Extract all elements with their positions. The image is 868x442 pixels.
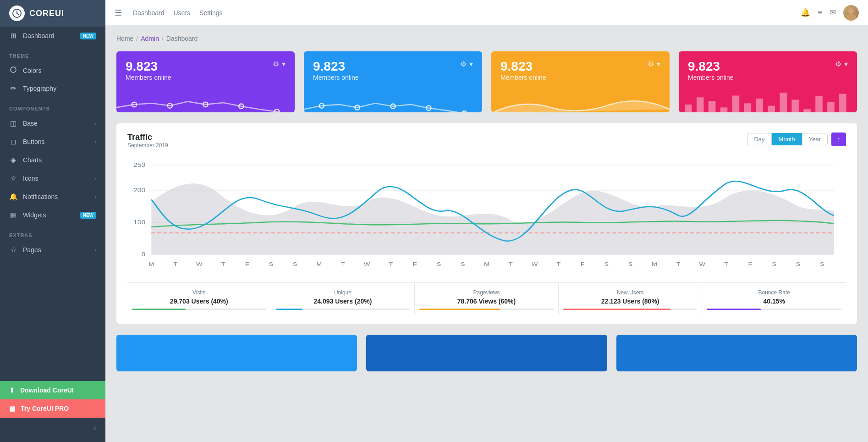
svg-text:M: M [484,261,489,267]
hamburger-button[interactable]: ☰ [115,8,122,18]
stat-card-header: 9.823 Members online ⚙ ▾ [500,60,660,85]
sidebar-item-buttons[interactable]: ◻ Buttons › [0,133,105,151]
stats-bar-fill-newusers [563,309,670,310]
svg-text:S: S [437,261,441,267]
svg-text:S: S [461,261,465,267]
svg-rect-20 [756,99,764,112]
traffic-btn-group: Day Month Year [747,133,828,145]
sidebar-item-notifications[interactable]: 🔔 Notifications › [0,188,105,206]
svg-text:T: T [173,261,177,267]
svg-text:0: 0 [141,251,145,258]
traffic-title-group: Traffic September 2019 [127,133,168,149]
topnav-link-settings[interactable]: Settings [199,7,223,18]
topnav: ☰ Dashboard Users Settings 🔔 ≡ ✉ [105,0,868,26]
mail-icon[interactable]: ✉ [830,8,836,17]
breadcrumb-sep2: / [162,35,164,42]
breadcrumb-current: Dashboard [166,35,198,42]
download-icon: ⬆ [9,387,15,394]
svg-text:T: T [221,261,225,267]
stat-card-header: 9.823 Members online ⚙ ▾ [126,60,286,85]
sidebar-item-charts[interactable]: ◈ Charts [0,151,105,169]
sidebar-item-base[interactable]: ◫ Base › [0,114,105,133]
stat-card-value: 9.823 [126,60,171,74]
stat-card-value: 9.823 [500,60,546,74]
svg-text:W: W [699,261,706,267]
brand-icon [9,6,25,21]
breadcrumb-admin[interactable]: Admin [141,35,159,42]
traffic-upload-button[interactable]: ↑ [831,133,846,146]
stats-label-unique: Unique [276,289,410,296]
stats-label-visits: Visits [132,289,266,296]
topnav-link-dashboard[interactable]: Dashboard [133,7,165,18]
main-area: ☰ Dashboard Users Settings 🔔 ≡ ✉ Home / … [105,0,868,442]
list-icon[interactable]: ≡ [818,8,822,17]
breadcrumb-sep1: / [136,35,138,42]
breadcrumb-home[interactable]: Home [116,35,133,42]
sidebar-item-icons[interactable]: ☆ Icons › [0,169,105,188]
sidebar-item-label: Base [23,120,38,127]
notifications-icon: 🔔 [9,193,17,201]
stat-card-value: 9.823 [313,60,359,74]
bell-icon[interactable]: 🔔 [801,8,810,17]
stat-card-actions: ⚙ ▾ [273,60,286,68]
traffic-btn-day[interactable]: Day [747,133,771,145]
sidebar-item-label: Icons [23,175,38,182]
svg-point-2 [848,8,854,14]
svg-point-9 [319,103,324,108]
stat-card-purple: 9.823 Members online ⚙ ▾ [116,51,295,112]
stat-card-chart-yellow [491,87,670,112]
svg-rect-23 [791,99,799,112]
dropdown-icon[interactable]: ▾ [657,60,660,68]
sidebar-pro-button[interactable]: ▦ Try CoreUI PRO [0,399,105,418]
dropdown-icon[interactable]: ▾ [282,60,286,68]
svg-rect-15 [697,97,704,112]
stat-card-actions: ⚙ ▾ [648,60,660,68]
sidebar-brand[interactable]: COREUI [0,0,105,27]
svg-text:F: F [581,261,585,267]
gear-icon[interactable]: ⚙ [273,60,279,68]
sidebar-item-colors[interactable]: Colors [0,61,105,79]
svg-text:M: M [652,261,657,267]
svg-rect-24 [803,109,811,112]
stat-card-blue: 9.823 Members online ⚙ ▾ [304,51,482,112]
sidebar-item-typography[interactable]: ✏ Typography [0,79,105,98]
base-icon: ◫ [9,119,17,127]
sidebar-item-label: Charts [23,156,42,164]
traffic-btn-year[interactable]: Year [802,133,828,145]
sidebar-section-theme: THEME [0,45,105,61]
bottom-cards-grid [116,335,857,371]
sidebar-item-dashboard[interactable]: ⊞ Dashboard NEW [0,27,105,45]
stats-bar-fill-unique [276,309,303,310]
svg-rect-19 [744,103,752,112]
stats-bar-visits [132,309,266,310]
stat-cards-grid: 9.823 Members online ⚙ ▾ [116,51,857,112]
sidebar-item-widgets[interactable]: ▦ Widgets NEW [0,206,105,224]
stat-card-red: 9.823 Members online ⚙ ▾ [679,51,857,112]
traffic-btn-month[interactable]: Month [772,133,802,145]
gear-icon[interactable]: ⚙ [835,60,841,68]
dropdown-icon[interactable]: ▾ [844,60,848,68]
user-avatar[interactable] [843,5,859,21]
svg-text:F: F [245,261,249,267]
topnav-links: Dashboard Users Settings [133,7,790,18]
gear-icon[interactable]: ⚙ [648,60,654,68]
svg-point-6 [203,102,208,107]
gear-icon[interactable]: ⚙ [460,60,467,68]
sidebar-item-pages[interactable]: ☆ Pages › [0,241,105,259]
brand-name: COREUI [29,9,64,18]
bottom-card-1 [116,335,357,371]
svg-text:T: T [556,261,560,267]
sidebar-download-button[interactable]: ⬆ Download CoreUI [0,381,105,399]
stat-card-value: 9.823 [688,60,734,74]
svg-text:T: T [724,261,728,267]
topnav-link-users[interactable]: Users [174,7,191,18]
sidebar-item-label: Typography [23,85,56,92]
svg-text:T: T [509,261,513,267]
stats-bar-pageviews [419,309,554,310]
stats-bar-newusers [563,309,698,310]
sidebar-bottom: ⬆ Download CoreUI ▦ Try CoreUI PRO ‹ [0,377,105,442]
dropdown-icon[interactable]: ▾ [469,60,473,68]
sidebar-nav: ⊞ Dashboard NEW THEME Colors ✏ Typograph… [0,27,105,377]
traffic-chart: 250 200 100 0 M T W T [127,156,846,275]
sidebar-collapse-button[interactable]: ‹ [0,418,105,438]
